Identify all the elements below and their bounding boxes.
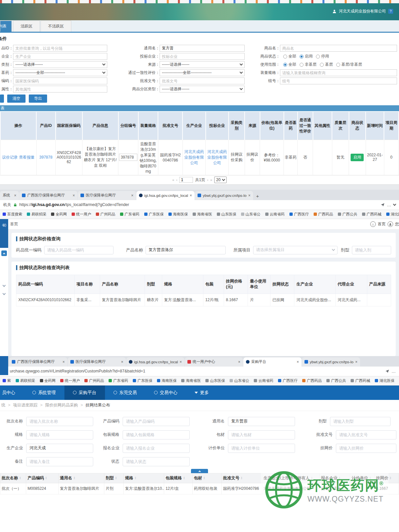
bookmark-item[interactable]: 统一用户 (60, 378, 80, 383)
browser-tab[interactable]: 统一用户中心× (185, 357, 243, 367)
more-icon[interactable]: … (387, 202, 391, 207)
manufacturer-input[interactable] (13, 53, 107, 60)
first-page-icon[interactable]: « (172, 178, 174, 182)
bookmark-item[interactable]: 广西医疗 (278, 378, 298, 383)
page-input[interactable] (179, 177, 193, 183)
negotiation-record-link[interactable]: 议价记录 (2, 155, 18, 160)
nav-procurement-platform[interactable]: 采购平台 (64, 386, 105, 400)
close-icon[interactable]: × (297, 360, 299, 364)
bookmark-item[interactable]: 索 (3, 378, 11, 383)
sidebar-menu-icon[interactable] (1, 250, 7, 256)
bookmark-item[interactable]: 全药网 (51, 212, 67, 217)
close-icon[interactable]: × (248, 193, 251, 198)
scope-radio-all[interactable] (283, 63, 287, 67)
help-icon[interactable]: ? (388, 9, 393, 14)
generic-name-input[interactable] (160, 45, 245, 52)
scope-radio-both[interactable] (336, 63, 340, 67)
address-url[interactable]: urchase.qywgpo.com/#/LimitRegistration/C… (10, 369, 383, 373)
bookmark-item[interactable]: 山东医保 (205, 378, 225, 383)
browser-tab[interactable]: ybwt.ybj.gxzf.gov.cn/tps-loc× (302, 357, 360, 367)
browser-tab[interactable]: 广西医疗保障单位网厅× (19, 191, 78, 200)
status-radio-enabled[interactable] (300, 55, 304, 59)
source-select[interactable]: ------请选择------ (160, 61, 245, 68)
nav-system-management[interactable]: 系统管理 (24, 386, 64, 400)
bid-company-link[interactable]: 河北天成药业股份有限公司 (207, 149, 227, 165)
approval-no-input[interactable] (160, 77, 245, 84)
status-badge[interactable]: 启用 (351, 154, 364, 161)
close-icon[interactable]: × (180, 360, 182, 364)
status-radio-disabled[interactable] (316, 55, 320, 59)
clear-button[interactable]: 清空 (7, 94, 26, 103)
gpo-header-cell[interactable]: 包装规格 (164, 473, 193, 483)
breadcrumb-item[interactable]: 项目进度跟踪 (13, 403, 38, 408)
gpo-header-cell[interactable]: 剂型 (104, 473, 124, 483)
prev-page-icon[interactable]: ‹ (176, 178, 178, 182)
bookmark-item[interactable]: 广州药品 (96, 212, 115, 217)
bookmark-item[interactable]: 海南省医 (181, 378, 201, 383)
manufacturer-link[interactable]: 河北天成药业股份有限公司 (184, 149, 204, 165)
product-id-link[interactable]: 397878 (39, 155, 52, 160)
bookmark-item[interactable]: 广西药品 (314, 212, 333, 217)
nav-more[interactable]: 更多 (186, 386, 217, 400)
browser-tab[interactable]: 系统× (0, 191, 19, 200)
bookmark-item[interactable]: 广西药械 (351, 378, 370, 383)
bid-company-input[interactable] (160, 53, 245, 60)
pack-material-input[interactable] (228, 430, 295, 439)
product-name-input[interactable] (146, 246, 226, 254)
bookmark-item[interactable]: 广西药械 (362, 212, 382, 217)
close-icon[interactable]: × (73, 193, 75, 198)
bookmark-item[interactable]: 广西公共 (338, 212, 357, 217)
dosage-input[interactable] (352, 246, 391, 254)
partition-type-select[interactable]: ------请选择------ (160, 86, 245, 93)
bookmark-item[interactable]: 广西药品 (302, 378, 322, 383)
chevron-down-icon[interactable] (3, 292, 6, 295)
tab-inactive-zone[interactable]: 不活跃区 (41, 21, 71, 32)
approval-no-input[interactable] (336, 430, 396, 439)
spec-input[interactable] (26, 430, 93, 439)
browser-tab[interactable]: ybwt.ybj.gxzf.gov.cn/tps-loc× (195, 191, 253, 200)
scope-radio-base[interactable] (320, 63, 324, 67)
chevron-down-icon[interactable] (3, 283, 6, 287)
gpo-header-cell[interactable]: 规格 (124, 473, 164, 483)
bookmark-item[interactable]: 广西医疗 (289, 212, 309, 217)
product-code-input[interactable] (123, 417, 190, 426)
bookmark-item[interactable]: 海南医保 (168, 212, 188, 217)
next-page-icon[interactable]: › (207, 178, 208, 182)
bookmark-item[interactable]: 易联招采 (16, 378, 35, 383)
drug-code-input[interactable] (44, 246, 113, 254)
batch-name-input[interactable] (26, 417, 93, 426)
goods-name-input[interactable] (280, 45, 397, 52)
tab-list[interactable]: 列表 (0, 21, 12, 32)
gpo-header-cell[interactable]: 包材 (192, 473, 221, 483)
price-unit-input[interactable] (228, 444, 295, 453)
browser-tab[interactable]: 医疗保障单位网厅× (78, 191, 136, 200)
query-button-partial[interactable] (0, 94, 4, 103)
nav-dongguan-trade[interactable]: 东莞交易 (105, 386, 146, 400)
close-icon[interactable]: × (131, 193, 133, 198)
apply-company-input[interactable] (123, 444, 190, 453)
browser-tab[interactable]: 医疗保障单位网厅× (68, 357, 126, 367)
close-icon[interactable]: × (238, 360, 240, 364)
other-attr-input[interactable] (13, 86, 107, 93)
base-drug-select[interactable]: ----------------全部---------------- (13, 69, 107, 76)
home-icon[interactable]: ⌂ (370, 221, 376, 227)
home-link[interactable]: 首页 (378, 221, 386, 227)
category-select[interactable]: ------请选择------ (13, 61, 107, 68)
view-report-link[interactable]: 查看报量 (19, 155, 35, 160)
pack-spec-input[interactable] (280, 69, 397, 76)
bookmark-item[interactable]: 广东医保 (144, 212, 164, 217)
bookmark-item[interactable]: 山东省公 (230, 378, 249, 383)
breadcrumb-item[interactable]: 统 (1, 403, 6, 408)
address-url[interactable]: https://igi.hsa.gd.gov.cn/tps_local/lfar… (19, 202, 378, 207)
bookmark-item[interactable]: 山东医保 (217, 212, 236, 217)
browser-tab[interactable]: 广西医疗保障单位网厅× (9, 357, 67, 367)
bookmark-item[interactable]: 全药网 (40, 378, 56, 383)
bookmark-item[interactable]: 广东医保 (133, 378, 152, 383)
bookmark-item[interactable]: 广西公共 (326, 378, 346, 383)
send-icon[interactable] (381, 203, 385, 207)
nav-member-center[interactable]: 员中心 (0, 386, 24, 400)
bookmark-item[interactable]: 百度搜索 (3, 212, 22, 217)
close-icon[interactable]: × (190, 193, 192, 198)
last-page-icon[interactable]: » (210, 178, 212, 182)
bookmark-item[interactable]: 易联招采 (27, 212, 46, 217)
